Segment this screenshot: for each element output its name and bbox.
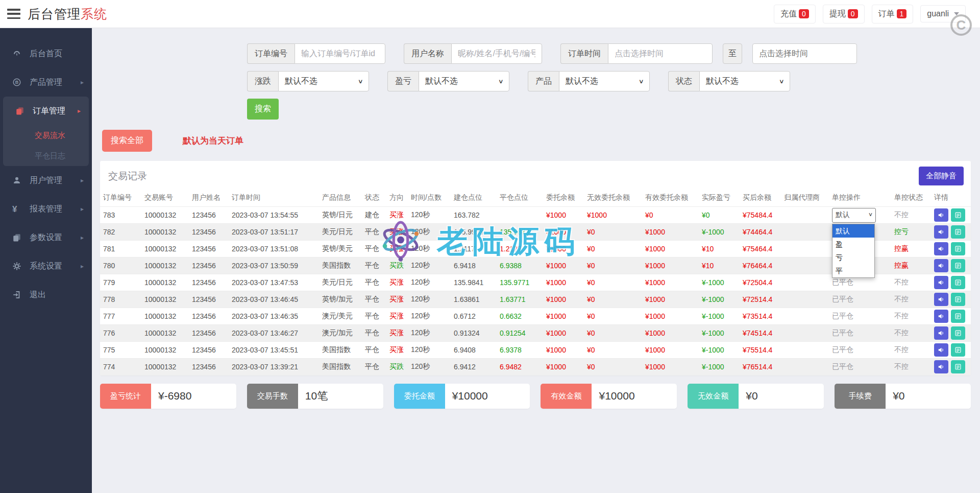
product-label: 产品 [528, 71, 559, 91]
cell-detail [931, 257, 971, 274]
control-option[interactable]: 盈 [832, 238, 874, 251]
cell-detail [931, 359, 971, 375]
col-close-point: 平仓点位 [497, 190, 543, 207]
cell-entrust-balance: ¥1000 [543, 274, 584, 291]
cell-status: 建仓 [362, 207, 386, 224]
sidebar-item-label: 参数设置 [30, 232, 62, 243]
col-open-point: 建仓点位 [451, 190, 497, 207]
cell-detail [931, 241, 971, 257]
user-menu[interactable]: guanli [920, 5, 966, 22]
logout-icon [12, 290, 22, 299]
control-select-dropdown: 默认盈亏平 [832, 224, 875, 278]
sidebar-item-params[interactable]: 参数设置▸ [0, 223, 92, 252]
svg-text:B: B [15, 80, 19, 85]
orders-button[interactable]: 订单 1 [872, 5, 914, 24]
sidebar-item-user[interactable]: 用户管理▸ [0, 166, 92, 195]
voice-icon[interactable] [934, 343, 948, 357]
voice-icon[interactable] [934, 326, 948, 340]
sidebar-item-label: 订单管理 [33, 106, 65, 116]
cell-open-point: 135.9841 [451, 274, 497, 291]
cell-status: 平仓 [362, 325, 386, 342]
orders-badge: 1 [897, 9, 907, 18]
cell-open-point: 1.2117 [451, 241, 497, 257]
sidebar-item-report[interactable]: ¥报表管理▸ [0, 195, 92, 223]
cell-account: 10000132 [141, 342, 189, 359]
cell-product: 美国指数 [319, 257, 362, 274]
detail-list-icon[interactable] [951, 326, 965, 340]
voice-icon[interactable] [934, 259, 948, 272]
detail-list-icon[interactable] [951, 343, 965, 357]
cell-control-state: 不控 [891, 359, 931, 375]
dashboard-icon [12, 49, 22, 58]
table-row: 778100001321234562023-03-07 13:46:45英镑/加… [100, 291, 971, 308]
cell-order-time: 2023-03-07 13:45:51 [229, 342, 319, 359]
sidebar-subitem[interactable]: 平仓日志 [3, 146, 89, 166]
stat-label: 手续费 [835, 384, 886, 409]
sidebar-item-product[interactable]: B产品管理▸ [0, 68, 92, 97]
cell-valid-entrust: ¥1000 [642, 308, 699, 325]
params-icon [12, 233, 22, 242]
cell-close-point: 135.9771 [497, 274, 543, 291]
cell-entrust-balance: ¥1000 [543, 359, 584, 375]
search-all-button[interactable]: 搜索全部 [102, 130, 152, 152]
cell-user-name: 123456 [189, 274, 229, 291]
cell-valid-entrust: ¥1000 [642, 274, 699, 291]
order-time-end-input[interactable] [752, 43, 857, 64]
cell-open-point: 0.91324 [451, 325, 497, 342]
col-order-id: 订单编号 [100, 190, 141, 207]
stat-box: 委托金额¥10000 [394, 384, 530, 409]
voice-icon[interactable] [934, 208, 948, 222]
voice-icon[interactable] [934, 276, 948, 289]
cell-direction: 买涨 [386, 325, 408, 342]
control-select[interactable]: 默认˅ [832, 208, 876, 223]
sidebar-item-settings[interactable]: 系统设置▸ [0, 252, 92, 280]
user-name-input[interactable] [451, 43, 542, 64]
voice-icon[interactable] [934, 293, 948, 306]
cell-product: 美国指数 [319, 342, 362, 359]
profit-select[interactable]: 默认不选˅ [419, 71, 509, 91]
menu-toggle-icon[interactable] [7, 9, 20, 19]
search-button[interactable]: 搜索 [247, 99, 279, 120]
sidebar-item-logout[interactable]: 退出 [0, 280, 92, 309]
control-option[interactable]: 默认 [832, 224, 874, 238]
detail-list-icon[interactable] [951, 276, 965, 289]
cell-user-name: 123456 [189, 308, 229, 325]
updown-select[interactable]: 默认不选˅ [278, 71, 369, 91]
sidebar-subitem[interactable]: 交易流水 [3, 125, 89, 146]
voice-icon[interactable] [934, 360, 948, 373]
detail-list-icon[interactable] [951, 293, 965, 306]
sidebar-item-order[interactable]: 订单管理▸ [3, 97, 89, 125]
cell-account: 10000132 [141, 291, 189, 308]
detail-list-icon[interactable] [951, 360, 965, 373]
voice-icon[interactable] [934, 242, 948, 255]
cell-product: 澳元/美元 [319, 308, 362, 325]
status-select[interactable]: 默认不选˅ [699, 71, 790, 91]
cell-direction: 买涨 [386, 241, 408, 257]
detail-list-icon[interactable] [951, 208, 965, 222]
cell-direction: 买涨 [386, 207, 408, 224]
withdraw-button[interactable]: 提现 0 [823, 5, 865, 24]
control-option[interactable]: 亏 [832, 251, 874, 264]
control-option[interactable]: 平 [832, 264, 874, 277]
status-label: 状态 [668, 71, 699, 91]
cell-control-op: 已平仓 [829, 342, 891, 359]
cell-invalid-entrust: ¥0 [584, 257, 642, 274]
recharge-button[interactable]: 充值 0 [774, 5, 816, 24]
cell-agent [781, 291, 829, 308]
voice-icon[interactable] [934, 225, 948, 239]
voice-icon[interactable] [934, 310, 948, 323]
detail-list-icon[interactable] [951, 242, 965, 255]
sidebar-item-dashboard[interactable]: 后台首页 [0, 39, 92, 68]
trade-table: 订单编号交易账号用户姓名订单时间产品信息状态方向时间/点数建仓点位平仓点位委托余… [100, 190, 971, 375]
order-time-start-input[interactable] [608, 43, 713, 64]
mute-all-button[interactable]: 全部静音 [919, 167, 964, 185]
detail-list-icon[interactable] [951, 259, 965, 272]
cell-order-time: 2023-03-07 13:51:08 [229, 241, 319, 257]
order-id-input[interactable] [295, 43, 385, 64]
col-status: 状态 [362, 190, 386, 207]
cell-duration: 120秒 [408, 207, 451, 224]
product-select[interactable]: 默认不选˅ [559, 71, 650, 91]
detail-list-icon[interactable] [951, 225, 965, 239]
cell-control-op: 已平仓 [829, 325, 891, 342]
detail-list-icon[interactable] [951, 310, 965, 323]
